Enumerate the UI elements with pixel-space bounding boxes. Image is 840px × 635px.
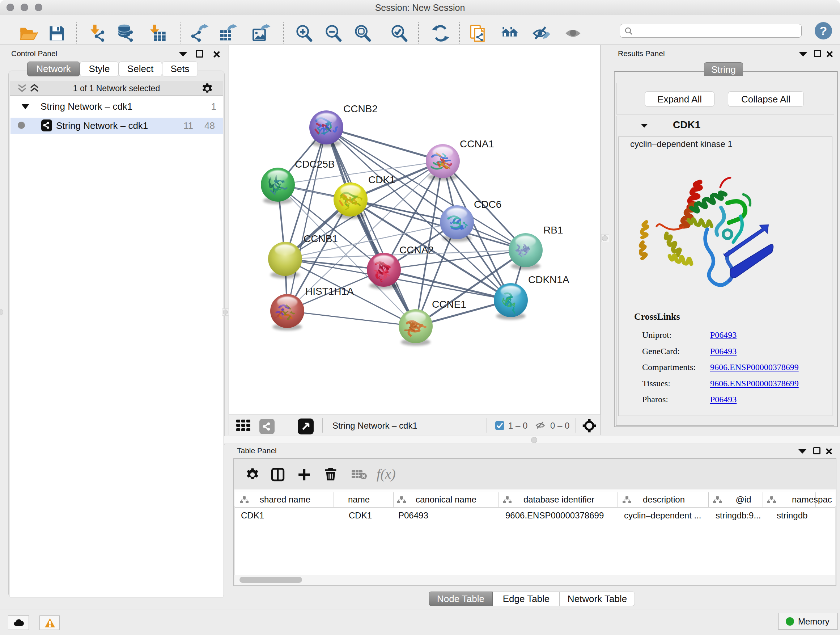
svg-text:HIST1H1A: HIST1H1A (305, 286, 354, 297)
svg-text:RB1: RB1 (543, 225, 563, 236)
svg-text:CDKN1A: CDKN1A (528, 274, 569, 285)
svg-text:CCNB1: CCNB1 (303, 233, 338, 244)
svg-text:CCNE1: CCNE1 (432, 299, 466, 310)
svg-text:CDC6: CDC6 (474, 199, 501, 210)
svg-text:CCNB2: CCNB2 (343, 103, 378, 114)
svg-text:CDC25B: CDC25B (295, 158, 335, 170)
svg-text:CCNA2: CCNA2 (399, 244, 434, 256)
svg-text:CDK1: CDK1 (368, 174, 395, 185)
svg-text:CCNA1: CCNA1 (460, 138, 494, 149)
